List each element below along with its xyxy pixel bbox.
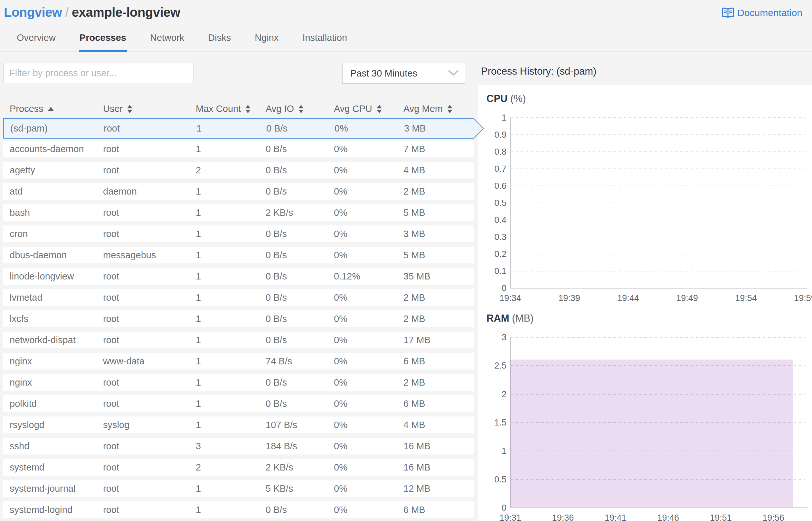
y-tick-label: 1	[501, 113, 507, 123]
cell-max-count: 1	[196, 207, 265, 218]
cell-avg-io: 0 B/s	[265, 186, 334, 197]
y-tick-label: 0.7	[494, 164, 507, 174]
tab-processes[interactable]: Processes	[79, 28, 127, 51]
table-row[interactable]: nginxroot10 B/s0%2 MB	[3, 374, 474, 391]
table-row[interactable]: atddaemon10 B/s0%2 MB	[3, 183, 474, 200]
zero-axis-line	[510, 288, 808, 289]
cell-user: daemon	[103, 186, 196, 197]
x-tick-label: 19:54	[735, 293, 757, 303]
cell-user: root	[103, 292, 196, 303]
cell-process: dbus-daemon	[10, 250, 103, 260]
cell-max-count: 2	[196, 462, 265, 473]
column-label: Avg CPU	[334, 104, 372, 114]
table-row[interactable]: linode-longviewroot10 B/s0.12%35 MB	[3, 268, 474, 285]
tab-disks[interactable]: Disks	[207, 28, 232, 51]
cell-avg-mem: 2 MB	[403, 292, 474, 303]
sort-icon	[377, 105, 382, 113]
column-header-process[interactable]: Process	[10, 104, 103, 114]
table-row[interactable]: bashroot12 KB/s0%5 MB	[3, 204, 474, 221]
table-row[interactable]: nginxwww-data174 B/s0%6 MB	[3, 353, 474, 369]
cell-process: bash	[10, 207, 103, 218]
cell-user: root	[103, 271, 196, 282]
cell-avg-cpu: 0%	[334, 483, 403, 494]
cell-user: root	[103, 377, 196, 388]
cpu-plot-area	[510, 118, 808, 288]
cell-user: root	[103, 483, 196, 494]
table-row[interactable]: dbus-daemonmessagebus10 B/s0%5 MB	[3, 247, 474, 264]
table-row[interactable]: systemd-logindroot10 B/s0%6 MB	[3, 501, 474, 518]
column-header-user[interactable]: User	[103, 104, 196, 114]
table-row[interactable]: networkd-dispatroot10 B/s0%17 MB	[3, 332, 474, 348]
table-row-selected[interactable]: (sd-pam)root10 B/s0%3 MB	[3, 118, 474, 139]
cell-avg-mem: 3 MB	[403, 229, 474, 239]
documentation-link[interactable]: Documentation	[721, 7, 802, 19]
column-header-avg-io[interactable]: Avg IO	[265, 104, 334, 114]
cell-avg-cpu: 0.12%	[334, 271, 403, 282]
cell-process: (sd-pam)	[10, 123, 104, 134]
tab-nginx[interactable]: Nginx	[254, 28, 279, 51]
process-history-title: Process History: (sd-pam)	[481, 66, 812, 77]
cell-max-count: 1	[196, 229, 265, 239]
column-header-avg-mem[interactable]: Avg Mem	[403, 104, 474, 114]
table-row[interactable]: cronroot10 B/s0%3 MB	[3, 225, 474, 242]
cell-avg-cpu: 0%	[334, 377, 403, 388]
table-row[interactable]: rsyslogdsyslog1107 B/s0%4 MB	[3, 416, 474, 433]
cell-max-count: 1	[196, 186, 265, 197]
cell-avg-io: 107 B/s	[265, 420, 334, 430]
gridline	[510, 203, 805, 203]
cell-avg-cpu: 0%	[334, 420, 403, 430]
process-table: ProcessUserMax CountAvg IOAvg CPUAvg Mem…	[3, 100, 474, 521]
cell-avg-io: 0 B/s	[265, 399, 334, 409]
cell-avg-mem: 4 MB	[403, 420, 474, 430]
tab-network[interactable]: Network	[149, 28, 185, 51]
cell-avg-mem: 2 MB	[403, 377, 474, 388]
y-axis-labels: 10.90.80.70.60.50.40.30.20.10	[487, 118, 507, 288]
table-row[interactable]: sshdroot3184 B/s0%16 MB	[3, 438, 474, 454]
x-tick-label: 19:51	[710, 513, 732, 521]
column-header-max-count[interactable]: Max Count	[196, 104, 265, 114]
time-range-select[interactable]: Past 30 Minutes	[342, 63, 465, 84]
cell-avg-cpu: 0%	[334, 356, 403, 367]
x-tick-label: 19:36	[552, 513, 574, 521]
breadcrumb-longview-link[interactable]: Longview	[4, 5, 62, 19]
table-row[interactable]: lvmetadroot10 B/s0%2 MB	[3, 289, 474, 306]
sort-icon	[447, 105, 452, 113]
table-row[interactable]: systemd-journalroot15 KB/s0%12 MB	[3, 480, 474, 497]
cell-avg-cpu: 0%	[334, 207, 403, 218]
chart-metric-label: CPU	[487, 93, 508, 104]
table-row[interactable]: agettyroot20 B/s0%4 MB	[3, 162, 474, 179]
table-row[interactable]: polkitdroot10 B/s0%6 MB	[3, 395, 474, 412]
tab-overview[interactable]: Overview	[16, 28, 56, 51]
zero-axis-line	[510, 507, 808, 508]
x-tick-label: 19:46	[657, 513, 679, 521]
cell-avg-io: 0 B/s	[265, 314, 334, 324]
chart-unit-label: (%)	[510, 93, 526, 104]
cell-user: root	[103, 207, 196, 218]
cell-avg-cpu: 0%	[334, 144, 403, 154]
cpu-chart: CPU (%)10.90.80.70.60.50.40.30.20.1019:3…	[487, 93, 808, 304]
cell-process: rsyslogd	[10, 420, 103, 430]
table-row[interactable]: accounts-daemonroot10 B/s0%7 MB	[3, 140, 474, 157]
y-tick-label: 0.6	[494, 181, 507, 191]
gridline	[510, 271, 805, 271]
cell-max-count: 1	[196, 250, 265, 260]
cell-avg-io: 74 B/s	[265, 356, 334, 367]
time-range-value: Past 30 Minutes	[350, 68, 448, 79]
table-row[interactable]: lxcfsroot10 B/s0%2 MB	[3, 310, 474, 327]
tab-installation[interactable]: Installation	[302, 28, 348, 51]
ram-chart-title: RAM (MB)	[487, 313, 808, 324]
cell-avg-io: 0 B/s	[265, 165, 334, 176]
cell-max-count: 1	[196, 314, 265, 324]
process-history-panel: Process History: (sd-pam) CPU (%)10.90.8…	[476, 52, 812, 521]
filter-input[interactable]	[3, 63, 194, 83]
cell-avg-io: 5 KB/s	[265, 483, 334, 494]
table-row[interactable]: systemdroot22 KB/s0%16 MB	[3, 459, 474, 476]
cell-avg-io: 184 B/s	[265, 441, 334, 452]
column-header-avg-cpu[interactable]: Avg CPU	[334, 104, 403, 114]
cell-process: atd	[10, 186, 103, 197]
x-tick-label: 19:44	[617, 293, 639, 303]
cell-avg-mem: 2 MB	[403, 314, 474, 324]
cell-avg-mem: 7 MB	[403, 144, 474, 154]
charts: CPU (%)10.90.80.70.60.50.40.30.20.1019:3…	[478, 85, 812, 521]
chevron-down-icon	[448, 70, 458, 76]
